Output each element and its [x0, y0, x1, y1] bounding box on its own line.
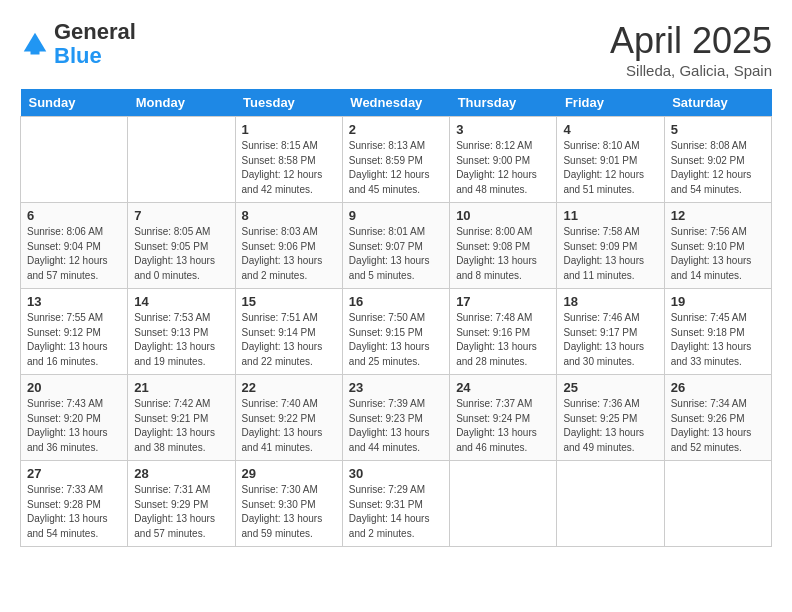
cell-content: Sunrise: 7:39 AMSunset: 9:23 PMDaylight:… — [349, 397, 443, 455]
cell-content: Sunrise: 8:05 AMSunset: 9:05 PMDaylight:… — [134, 225, 228, 283]
day-number: 20 — [27, 380, 121, 395]
weekday-header-friday: Friday — [557, 89, 664, 117]
calendar-cell: 27Sunrise: 7:33 AMSunset: 9:28 PMDayligh… — [21, 461, 128, 547]
calendar-cell: 24Sunrise: 7:37 AMSunset: 9:24 PMDayligh… — [450, 375, 557, 461]
calendar-cell: 26Sunrise: 7:34 AMSunset: 9:26 PMDayligh… — [664, 375, 771, 461]
day-number: 5 — [671, 122, 765, 137]
calendar-cell: 2Sunrise: 8:13 AMSunset: 8:59 PMDaylight… — [342, 117, 449, 203]
weekday-header-sunday: Sunday — [21, 89, 128, 117]
weekday-header-saturday: Saturday — [664, 89, 771, 117]
cell-content: Sunrise: 7:53 AMSunset: 9:13 PMDaylight:… — [134, 311, 228, 369]
calendar-cell: 29Sunrise: 7:30 AMSunset: 9:30 PMDayligh… — [235, 461, 342, 547]
cell-content: Sunrise: 7:43 AMSunset: 9:20 PMDaylight:… — [27, 397, 121, 455]
cell-content: Sunrise: 7:36 AMSunset: 9:25 PMDaylight:… — [563, 397, 657, 455]
day-number: 24 — [456, 380, 550, 395]
calendar-cell: 4Sunrise: 8:10 AMSunset: 9:01 PMDaylight… — [557, 117, 664, 203]
weekday-header-row: SundayMondayTuesdayWednesdayThursdayFrid… — [21, 89, 772, 117]
calendar-cell: 30Sunrise: 7:29 AMSunset: 9:31 PMDayligh… — [342, 461, 449, 547]
cell-content: Sunrise: 8:12 AMSunset: 9:00 PMDaylight:… — [456, 139, 550, 197]
day-number: 3 — [456, 122, 550, 137]
cell-content: Sunrise: 7:42 AMSunset: 9:21 PMDaylight:… — [134, 397, 228, 455]
calendar-cell — [21, 117, 128, 203]
svg-marker-0 — [24, 33, 47, 52]
cell-content: Sunrise: 8:03 AMSunset: 9:06 PMDaylight:… — [242, 225, 336, 283]
cell-content: Sunrise: 8:01 AMSunset: 9:07 PMDaylight:… — [349, 225, 443, 283]
weekday-header-wednesday: Wednesday — [342, 89, 449, 117]
cell-content: Sunrise: 7:50 AMSunset: 9:15 PMDaylight:… — [349, 311, 443, 369]
cell-content: Sunrise: 8:00 AMSunset: 9:08 PMDaylight:… — [456, 225, 550, 283]
calendar-cell — [450, 461, 557, 547]
calendar-cell: 17Sunrise: 7:48 AMSunset: 9:16 PMDayligh… — [450, 289, 557, 375]
calendar-cell: 13Sunrise: 7:55 AMSunset: 9:12 PMDayligh… — [21, 289, 128, 375]
day-number: 14 — [134, 294, 228, 309]
location: Silleda, Galicia, Spain — [610, 62, 772, 79]
calendar-cell: 8Sunrise: 8:03 AMSunset: 9:06 PMDaylight… — [235, 203, 342, 289]
day-number: 9 — [349, 208, 443, 223]
day-number: 17 — [456, 294, 550, 309]
cell-content: Sunrise: 8:08 AMSunset: 9:02 PMDaylight:… — [671, 139, 765, 197]
logo-text: General Blue — [54, 20, 136, 68]
calendar-cell: 16Sunrise: 7:50 AMSunset: 9:15 PMDayligh… — [342, 289, 449, 375]
day-number: 16 — [349, 294, 443, 309]
day-number: 13 — [27, 294, 121, 309]
title-block: April 2025 Silleda, Galicia, Spain — [610, 20, 772, 79]
calendar-cell — [664, 461, 771, 547]
cell-content: Sunrise: 7:40 AMSunset: 9:22 PMDaylight:… — [242, 397, 336, 455]
cell-content: Sunrise: 7:33 AMSunset: 9:28 PMDaylight:… — [27, 483, 121, 541]
calendar-cell: 3Sunrise: 8:12 AMSunset: 9:00 PMDaylight… — [450, 117, 557, 203]
svg-rect-1 — [31, 50, 40, 55]
calendar-cell: 9Sunrise: 8:01 AMSunset: 9:07 PMDaylight… — [342, 203, 449, 289]
cell-content: Sunrise: 8:06 AMSunset: 9:04 PMDaylight:… — [27, 225, 121, 283]
day-number: 19 — [671, 294, 765, 309]
cell-content: Sunrise: 8:10 AMSunset: 9:01 PMDaylight:… — [563, 139, 657, 197]
week-row-4: 20Sunrise: 7:43 AMSunset: 9:20 PMDayligh… — [21, 375, 772, 461]
day-number: 25 — [563, 380, 657, 395]
calendar-cell: 15Sunrise: 7:51 AMSunset: 9:14 PMDayligh… — [235, 289, 342, 375]
day-number: 22 — [242, 380, 336, 395]
day-number: 12 — [671, 208, 765, 223]
day-number: 1 — [242, 122, 336, 137]
weekday-header-monday: Monday — [128, 89, 235, 117]
logo-line1: General — [54, 20, 136, 44]
page-header: General Blue April 2025 Silleda, Galicia… — [20, 20, 772, 79]
calendar-cell: 25Sunrise: 7:36 AMSunset: 9:25 PMDayligh… — [557, 375, 664, 461]
calendar-cell — [128, 117, 235, 203]
day-number: 21 — [134, 380, 228, 395]
day-number: 28 — [134, 466, 228, 481]
week-row-1: 1Sunrise: 8:15 AMSunset: 8:58 PMDaylight… — [21, 117, 772, 203]
day-number: 29 — [242, 466, 336, 481]
calendar-cell: 11Sunrise: 7:58 AMSunset: 9:09 PMDayligh… — [557, 203, 664, 289]
day-number: 27 — [27, 466, 121, 481]
cell-content: Sunrise: 8:13 AMSunset: 8:59 PMDaylight:… — [349, 139, 443, 197]
weekday-header-thursday: Thursday — [450, 89, 557, 117]
cell-content: Sunrise: 7:34 AMSunset: 9:26 PMDaylight:… — [671, 397, 765, 455]
day-number: 23 — [349, 380, 443, 395]
calendar-cell: 21Sunrise: 7:42 AMSunset: 9:21 PMDayligh… — [128, 375, 235, 461]
day-number: 10 — [456, 208, 550, 223]
calendar-cell: 6Sunrise: 8:06 AMSunset: 9:04 PMDaylight… — [21, 203, 128, 289]
day-number: 18 — [563, 294, 657, 309]
calendar-cell: 7Sunrise: 8:05 AMSunset: 9:05 PMDaylight… — [128, 203, 235, 289]
cell-content: Sunrise: 8:15 AMSunset: 8:58 PMDaylight:… — [242, 139, 336, 197]
day-number: 30 — [349, 466, 443, 481]
cell-content: Sunrise: 7:30 AMSunset: 9:30 PMDaylight:… — [242, 483, 336, 541]
cell-content: Sunrise: 7:48 AMSunset: 9:16 PMDaylight:… — [456, 311, 550, 369]
logo: General Blue — [20, 20, 136, 68]
day-number: 2 — [349, 122, 443, 137]
calendar-cell — [557, 461, 664, 547]
day-number: 4 — [563, 122, 657, 137]
calendar-cell: 5Sunrise: 8:08 AMSunset: 9:02 PMDaylight… — [664, 117, 771, 203]
day-number: 15 — [242, 294, 336, 309]
cell-content: Sunrise: 7:58 AMSunset: 9:09 PMDaylight:… — [563, 225, 657, 283]
week-row-3: 13Sunrise: 7:55 AMSunset: 9:12 PMDayligh… — [21, 289, 772, 375]
day-number: 7 — [134, 208, 228, 223]
calendar-cell: 22Sunrise: 7:40 AMSunset: 9:22 PMDayligh… — [235, 375, 342, 461]
cell-content: Sunrise: 7:31 AMSunset: 9:29 PMDaylight:… — [134, 483, 228, 541]
calendar-table: SundayMondayTuesdayWednesdayThursdayFrid… — [20, 89, 772, 547]
cell-content: Sunrise: 7:46 AMSunset: 9:17 PMDaylight:… — [563, 311, 657, 369]
cell-content: Sunrise: 7:45 AMSunset: 9:18 PMDaylight:… — [671, 311, 765, 369]
calendar-cell: 23Sunrise: 7:39 AMSunset: 9:23 PMDayligh… — [342, 375, 449, 461]
day-number: 11 — [563, 208, 657, 223]
calendar-cell: 1Sunrise: 8:15 AMSunset: 8:58 PMDaylight… — [235, 117, 342, 203]
weekday-header-tuesday: Tuesday — [235, 89, 342, 117]
